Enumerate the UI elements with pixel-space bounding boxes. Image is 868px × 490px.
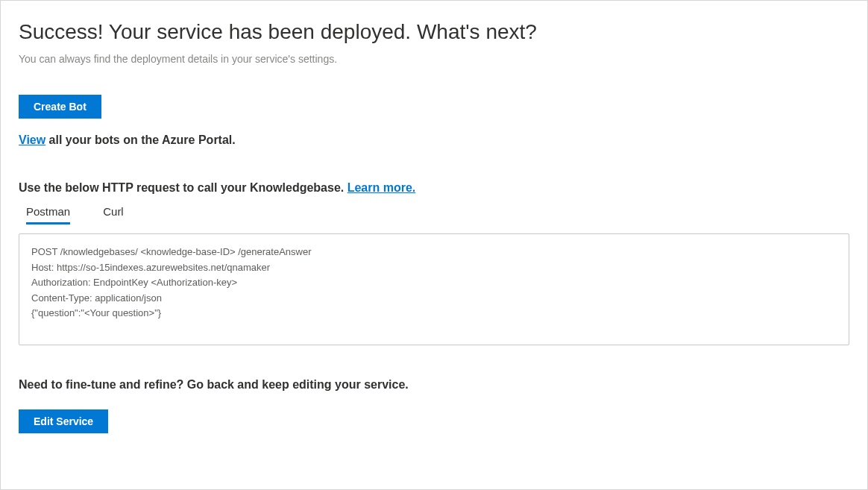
tabs-container: Postman Curl [19, 205, 849, 224]
code-line-3: Authorization: EndpointKey <Authorizatio… [31, 275, 837, 290]
page-title: Success! Your service has been deployed.… [19, 20, 849, 44]
http-prefix: Use the below HTTP request to call your … [19, 181, 347, 194]
view-suffix: all your bots on the Azure Portal. [45, 134, 236, 146]
http-request-section: Use the below HTTP request to call your … [19, 181, 849, 195]
code-panel: POST /knowledgebases/ <knowledge-base-ID… [19, 233, 849, 345]
code-line-1: POST /knowledgebases/ <knowledge-base-ID… [31, 245, 837, 260]
tab-curl[interactable]: Curl [103, 205, 124, 224]
edit-service-button[interactable]: Edit Service [19, 409, 108, 433]
page-subtitle: You can always find the deployment detai… [19, 53, 849, 65]
create-bot-button[interactable]: Create Bot [19, 95, 101, 119]
view-bots-section: View all your bots on the Azure Portal. [19, 134, 849, 147]
code-line-4: Content-Type: application/json [31, 291, 837, 306]
learn-more-link[interactable]: Learn more. [347, 181, 416, 194]
fine-tune-text: Need to fine-tune and refine? Go back an… [19, 378, 849, 392]
tab-postman[interactable]: Postman [26, 205, 70, 224]
view-link[interactable]: View [19, 134, 45, 146]
code-line-2: Host: https://so-15indexes.azurewebsites… [31, 260, 837, 275]
code-line-5: {"question":"<Your question>"} [31, 306, 837, 321]
